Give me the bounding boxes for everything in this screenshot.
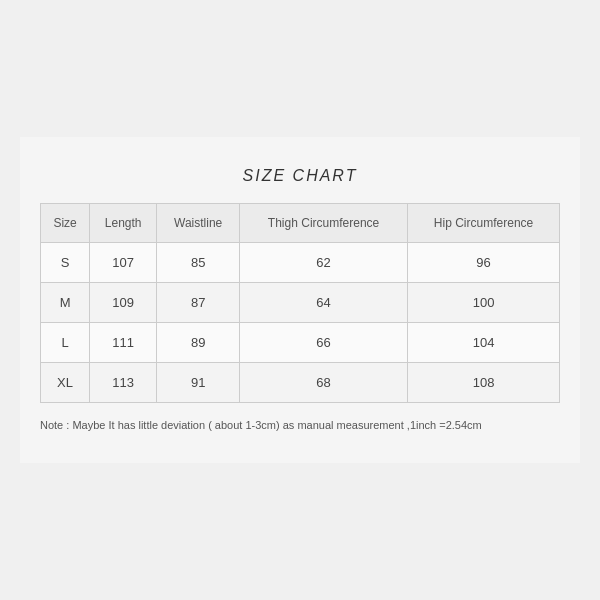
col-hip: Hip Circumference xyxy=(408,203,560,242)
cell-size: M xyxy=(41,282,90,322)
cell-size: S xyxy=(41,242,90,282)
table-row: S107856296 xyxy=(41,242,560,282)
cell-thigh: 64 xyxy=(240,282,408,322)
cell-hip: 100 xyxy=(408,282,560,322)
cell-hip: 96 xyxy=(408,242,560,282)
col-length: Length xyxy=(90,203,157,242)
cell-thigh: 68 xyxy=(240,362,408,402)
cell-length: 109 xyxy=(90,282,157,322)
table-row: XL1139168108 xyxy=(41,362,560,402)
cell-thigh: 62 xyxy=(240,242,408,282)
cell-thigh: 66 xyxy=(240,322,408,362)
cell-hip: 108 xyxy=(408,362,560,402)
size-table: Size Length Waistline Thigh Circumferenc… xyxy=(40,203,560,403)
chart-title: SIZE CHART xyxy=(40,167,560,185)
cell-length: 107 xyxy=(90,242,157,282)
table-row: L1118966104 xyxy=(41,322,560,362)
table-header-row: Size Length Waistline Thigh Circumferenc… xyxy=(41,203,560,242)
table-row: M1098764100 xyxy=(41,282,560,322)
chart-container: SIZE CHART Size Length Waistline Thigh C… xyxy=(20,137,580,464)
cell-waistline: 87 xyxy=(157,282,240,322)
col-thigh: Thigh Circumference xyxy=(240,203,408,242)
cell-hip: 104 xyxy=(408,322,560,362)
col-waistline: Waistline xyxy=(157,203,240,242)
cell-length: 113 xyxy=(90,362,157,402)
col-size: Size xyxy=(41,203,90,242)
cell-waistline: 85 xyxy=(157,242,240,282)
cell-waistline: 91 xyxy=(157,362,240,402)
cell-size: XL xyxy=(41,362,90,402)
note-text: Note : Maybe It has little deviation ( a… xyxy=(40,417,560,434)
cell-length: 111 xyxy=(90,322,157,362)
cell-waistline: 89 xyxy=(157,322,240,362)
cell-size: L xyxy=(41,322,90,362)
